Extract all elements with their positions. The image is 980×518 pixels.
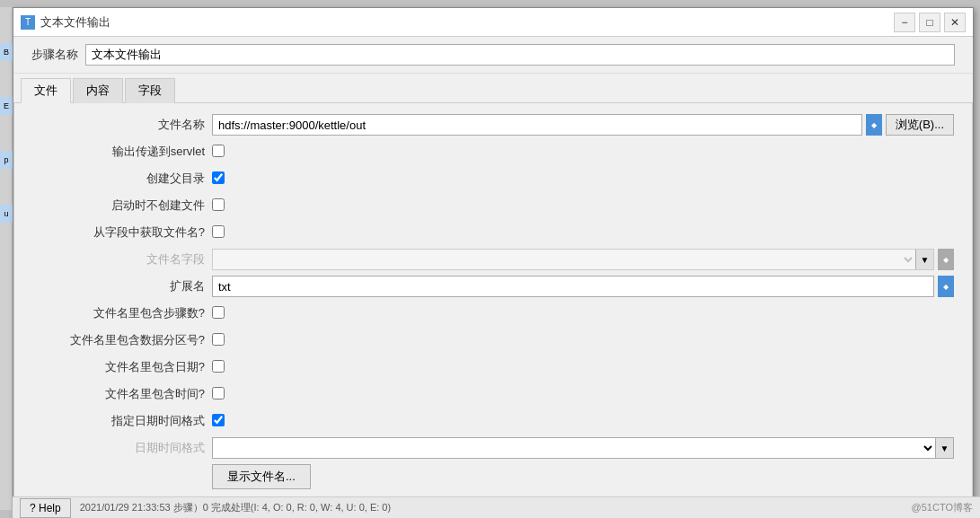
- window-icon: T: [21, 15, 35, 30]
- include-time-label: 文件名里包含时间?: [32, 386, 212, 402]
- datetime-format-select-area: ▼ Specify Date time format: [212, 437, 954, 459]
- datetime-format-label: 日期时间格式: [32, 440, 212, 456]
- filename-row: 文件名称 浏览(B)...: [32, 114, 954, 136]
- log-text: 2021/01/29 21:33:53 步骤）0 完成处理(I: 4, O: 0…: [80, 501, 391, 514]
- include-date-label: 文件名里包含日期?: [32, 359, 212, 375]
- from-field-label: 从字段中获取文件名?: [32, 224, 212, 241]
- step-name-input[interactable]: [85, 44, 955, 66]
- filename-field-dropdown-icon: ▼: [915, 250, 933, 269]
- maximize-button[interactable]: □: [919, 13, 940, 32]
- extension-diamond-button[interactable]: [938, 276, 954, 297]
- extension-row: 扩展名: [32, 276, 954, 297]
- include-stepnr-label: 文件名里包含步骤数?: [32, 305, 212, 321]
- include-partition-label: 文件名里包含数据分区号?: [32, 332, 212, 348]
- datetime-format-select-container: ▼: [212, 437, 954, 459]
- include-stepnr-row: 文件名里包含步骤数?: [32, 303, 954, 324]
- from-field-row: 从字段中获取文件名?: [32, 222, 954, 243]
- servlet-checkbox[interactable]: [212, 145, 225, 157]
- no-create-checkbox-area: [212, 198, 954, 214]
- no-create-label: 启动时不创建文件: [32, 198, 212, 214]
- servlet-label: 输出传递到servlet: [32, 144, 212, 160]
- tab-bar: 文件 内容 字段: [13, 74, 973, 103]
- filename-field-diamond-button[interactable]: [938, 249, 954, 270]
- servlet-row: 输出传递到servlet: [32, 141, 954, 162]
- filename-field-select-container: ▼: [212, 249, 934, 270]
- extension-label: 扩展名: [32, 278, 212, 294]
- specify-datetime-checkbox-area: [212, 414, 954, 429]
- filename-field-area: 浏览(B)...: [212, 114, 954, 136]
- include-partition-row: 文件名里包含数据分区号?: [32, 329, 954, 351]
- specify-datetime-checkbox[interactable]: [212, 414, 225, 426]
- create-dir-label: 创建父目录: [32, 171, 212, 187]
- servlet-checkbox-area: [212, 145, 954, 160]
- left-sidebar: B E p u: [0, 7, 13, 510]
- include-stepnr-checkbox[interactable]: [212, 306, 225, 319]
- filename-field-label: 文件名字段: [32, 251, 212, 268]
- no-create-row: 启动时不创建文件: [32, 195, 954, 216]
- include-time-checkbox-area: [212, 387, 954, 402]
- specify-datetime-label: 指定日期时间格式: [32, 413, 212, 429]
- datetime-format-dropdown-icon: ▼: [935, 438, 953, 458]
- extension-field-area: [212, 276, 954, 297]
- main-window: T 文本文件输出 − □ ✕ 步骤名称 文件 内容 字段 文件名称 浏览(B).…: [13, 7, 974, 518]
- sidebar-item-u: u: [0, 205, 13, 223]
- step-name-label: 步骤名称: [31, 47, 78, 63]
- include-time-row: 文件名里包含时间?: [32, 383, 954, 405]
- sidebar-item-p: p: [0, 151, 13, 169]
- filename-input[interactable]: [212, 114, 862, 136]
- title-bar-left: T 文本文件输出: [21, 14, 110, 31]
- datetime-format-row: 日期时间格式 ▼ Specify Date time format: [32, 437, 954, 459]
- help-button[interactable]: ? Help: [20, 498, 71, 518]
- title-bar: T 文本文件输出 − □ ✕: [13, 8, 973, 37]
- create-dir-row: 创建父目录: [32, 168, 954, 189]
- sidebar-item-b: B: [0, 43, 13, 61]
- sidebar-item-e: E: [0, 97, 13, 115]
- show-filename-row: 显示文件名...: [32, 464, 954, 489]
- include-time-checkbox[interactable]: [212, 387, 225, 399]
- show-filename-btn-area: 显示文件名...: [212, 464, 954, 489]
- include-date-checkbox[interactable]: [212, 360, 225, 373]
- include-partition-checkbox-area: [212, 333, 954, 348]
- close-button[interactable]: ✕: [944, 13, 966, 32]
- tab-fields[interactable]: 字段: [125, 78, 175, 103]
- window-title: 文本文件输出: [40, 14, 110, 31]
- show-filename-button[interactable]: 显示文件名...: [212, 464, 311, 489]
- specify-datetime-row: 指定日期时间格式: [32, 410, 954, 432]
- datetime-format-select[interactable]: [213, 438, 935, 458]
- create-dir-checkbox-area: [212, 171, 954, 187]
- step-name-bar: 步骤名称: [13, 37, 973, 74]
- browse-button[interactable]: 浏览(B)...: [886, 114, 954, 136]
- create-dir-checkbox[interactable]: [212, 171, 225, 184]
- filename-label: 文件名称: [32, 117, 212, 133]
- no-create-checkbox[interactable]: [212, 198, 225, 211]
- from-field-checkbox-area: [212, 225, 954, 241]
- filename-field-row: 文件名字段 ▼: [32, 249, 954, 270]
- include-date-row: 文件名里包含日期?: [32, 356, 954, 378]
- filename-field-select[interactable]: [213, 250, 915, 269]
- tab-content[interactable]: 内容: [73, 78, 123, 103]
- include-stepnr-checkbox-area: [212, 306, 954, 321]
- filename-diamond-button[interactable]: [866, 114, 882, 136]
- copyright-text: @51CTO博客: [912, 501, 973, 514]
- extension-input[interactable]: [212, 276, 934, 297]
- tab-file[interactable]: 文件: [21, 78, 71, 103]
- include-partition-checkbox[interactable]: [212, 333, 225, 346]
- filename-field-select-area: ▼: [212, 249, 954, 270]
- title-bar-controls: − □ ✕: [894, 13, 966, 32]
- from-field-checkbox[interactable]: [212, 225, 225, 238]
- include-date-checkbox-area: [212, 360, 954, 375]
- tab-content-area: 文件名称 浏览(B)... 输出传递到servlet 创建父目录 启动时不创建文…: [13, 103, 973, 518]
- status-bar: ? Help 2021/01/29 21:33:53 步骤）0 完成处理(I: …: [13, 496, 980, 518]
- minimize-button[interactable]: −: [894, 13, 915, 32]
